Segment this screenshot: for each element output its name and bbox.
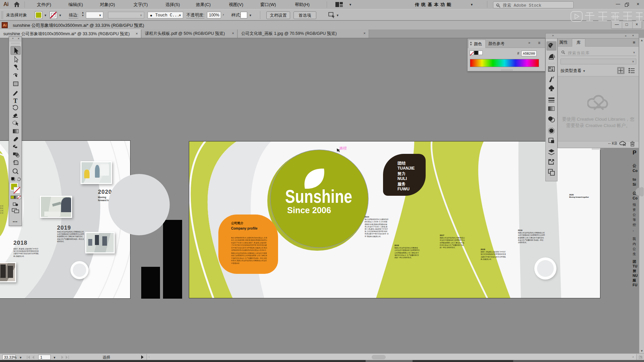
svg-text:Sunshine: Sunshine bbox=[285, 186, 352, 207]
svg-text:Since 2006: Since 2006 bbox=[287, 205, 331, 215]
svg-text:T: T bbox=[13, 98, 17, 104]
